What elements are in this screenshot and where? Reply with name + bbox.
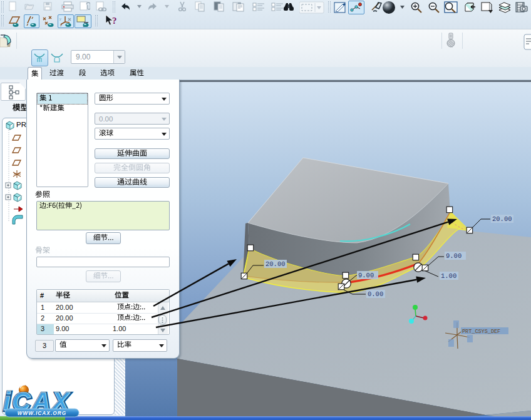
svg-text:0.00: 0.00 bbox=[368, 290, 383, 298]
svg-text:PRT_CSYS_DEF: PRT_CSYS_DEF bbox=[462, 329, 500, 335]
svg-text:?: ? bbox=[112, 16, 117, 26]
svg-text:z: z bbox=[60, 23, 62, 27]
svg-text:y: y bbox=[59, 17, 61, 21]
svg-text:20.00: 20.00 bbox=[266, 260, 286, 268]
svg-text:1.00: 1.00 bbox=[441, 272, 456, 280]
svg-text:9.00: 9.00 bbox=[446, 252, 461, 260]
svg-text:20.00: 20.00 bbox=[492, 215, 512, 223]
svg-text:WWW.ICAX.ORG: WWW.ICAX.ORG bbox=[18, 411, 67, 416]
svg-text:9.00: 9.00 bbox=[358, 272, 374, 279]
